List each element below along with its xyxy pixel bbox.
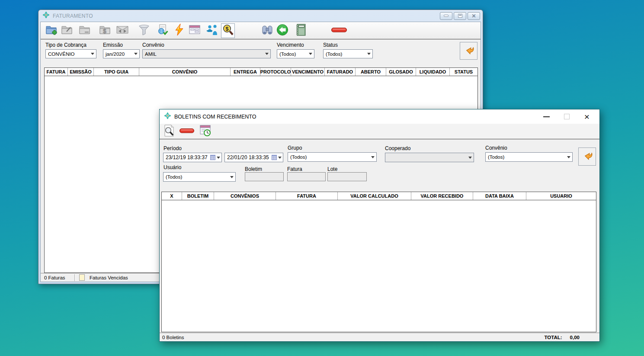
periodo-to-input[interactable]: 22/01/20 18:33:35	[224, 153, 283, 162]
curved-arrow-icon	[580, 149, 594, 164]
column-header[interactable]: STATUS	[450, 68, 477, 76]
maximize-button[interactable]	[454, 12, 466, 20]
remove-button[interactable]	[330, 23, 348, 38]
remove-button[interactable]	[179, 124, 195, 139]
schedule-button[interactable]	[199, 124, 212, 139]
report-button[interactable]	[294, 23, 308, 38]
back-button[interactable]	[276, 23, 289, 38]
form-clock-icon	[199, 124, 212, 139]
column-header[interactable]: GLOSADO	[386, 68, 416, 76]
column-header[interactable]: FATURADO	[325, 68, 356, 76]
faturamento-toolbar: $ $	[41, 22, 481, 39]
column-header[interactable]: VENCIMENTO	[291, 68, 325, 76]
new-invoice-button[interactable]	[45, 23, 58, 38]
form-window-icon	[188, 24, 201, 37]
load-button[interactable]	[460, 42, 477, 60]
document-search-icon	[163, 124, 175, 139]
maximize-button[interactable]	[560, 112, 573, 122]
tipo-cobranca-label: Tipo de Cobrança	[45, 42, 87, 48]
curved-arrow-icon	[462, 43, 476, 59]
column-header[interactable]: USUARIO	[526, 192, 596, 200]
export-check-button[interactable]	[156, 23, 170, 38]
usuario-dropdown[interactable]: (Todos)	[163, 172, 236, 182]
column-header[interactable]: CONVÊNIO	[139, 68, 231, 76]
column-header[interactable]: CONVÊNIOS	[214, 192, 276, 200]
lote-label: Lote	[327, 166, 337, 172]
envelope-transfer-icon	[115, 24, 129, 37]
column-header[interactable]: DATA BAIXA	[473, 192, 526, 200]
preview-button[interactable]	[162, 124, 176, 139]
grupo-dropdown[interactable]: (Todos)	[288, 152, 377, 162]
fatura-label: Fatura	[287, 166, 302, 172]
minimize-button[interactable]	[540, 112, 553, 122]
column-header[interactable]: VALOR RECEBIDO	[411, 192, 473, 200]
column-header[interactable]: EMISSÃO	[68, 68, 94, 76]
search-button[interactable]	[260, 23, 274, 38]
quick-billing-button[interactable]	[172, 23, 186, 38]
binoculars-icon	[261, 24, 273, 37]
total-label: TOTAL:	[545, 335, 562, 340]
column-header[interactable]: ENTREGA	[231, 68, 260, 76]
fatura-input[interactable]	[287, 172, 326, 181]
red-bar-icon	[331, 26, 347, 35]
svg-text:$: $	[103, 28, 106, 35]
column-header[interactable]: VALOR CALCULADO	[338, 192, 411, 200]
column-header[interactable]: LIQUIDADO	[416, 68, 450, 76]
boletins-titlebar[interactable]: BOLETINS COM RECEBIMENTO ×	[160, 109, 599, 124]
form-button[interactable]	[188, 23, 202, 38]
lote-input[interactable]	[327, 172, 367, 181]
close-icon: ×	[584, 112, 590, 121]
faturamento-titlebar[interactable]: FATURAMENTO ✕	[38, 10, 483, 22]
billing-folder-button[interactable]: $	[98, 23, 112, 38]
boletins-statusbar: 0 Boletins TOTAL: 0,00	[160, 333, 599, 341]
filter-button[interactable]	[137, 23, 151, 38]
red-bar-icon	[179, 127, 195, 136]
chevron-down-icon	[307, 50, 314, 58]
close-button[interactable]: ✕	[468, 12, 480, 20]
chevron-down-icon	[228, 173, 235, 181]
folder-dollar-icon: $	[99, 24, 112, 37]
column-header[interactable]: ABERTO	[356, 68, 386, 76]
delete-invoice-button[interactable]	[78, 23, 92, 38]
column-header[interactable]: TIPO GUIA	[94, 68, 139, 76]
boletins-window: BOLETINS COM RECEBIMENTO × Período 23/12…	[159, 109, 600, 342]
grupo-label: Grupo	[288, 145, 302, 151]
column-header[interactable]: BOLETIM	[182, 192, 214, 200]
chevron-down-icon	[132, 50, 139, 58]
transfer-button[interactable]	[115, 23, 129, 38]
chevron-down-icon	[217, 157, 220, 159]
emissao-label: Emissão	[103, 42, 123, 48]
boletins-table-body[interactable]	[162, 200, 596, 332]
folder-plain-icon	[78, 24, 91, 37]
column-header[interactable]: FATURA	[45, 68, 68, 76]
cooperado-dropdown[interactable]	[385, 153, 474, 162]
status-dropdown[interactable]: (Todos)	[323, 49, 373, 58]
dollar-search-button[interactable]: $	[221, 23, 235, 38]
column-header[interactable]: X	[162, 192, 182, 200]
people-desk-icon	[205, 24, 218, 38]
calendar-icon	[210, 155, 215, 160]
emissao-dropdown[interactable]: jan/2020	[103, 49, 140, 58]
filter-funnel-icon	[138, 24, 151, 38]
convenio-dropdown[interactable]: (Todos)	[485, 152, 573, 162]
cooperado-label: Cooperado	[385, 145, 410, 151]
convenio-dropdown[interactable]: AMIL	[142, 49, 271, 58]
faturamento-window-title: FATURAMENTO	[53, 13, 93, 19]
chevron-down-icon	[263, 50, 270, 58]
boletins-table[interactable]: X BOLETIM CONVÊNIOS FATURA VALOR CALCULA…	[161, 192, 596, 332]
tipo-cobranca-dropdown[interactable]: CONVÊNIO	[45, 49, 96, 58]
load-button[interactable]	[578, 148, 596, 166]
periodo-from-input[interactable]: 23/12/19 18:33:37	[163, 153, 222, 162]
minimize-button[interactable]	[440, 12, 452, 20]
boletim-input[interactable]	[245, 172, 284, 181]
notebook-icon	[295, 23, 307, 38]
total-value: 0,00	[570, 335, 580, 340]
fatura-count: 0 Faturas	[41, 275, 72, 280]
edit-invoice-button[interactable]	[60, 23, 74, 38]
attendance-button[interactable]	[205, 23, 219, 38]
boletins-table-header: X BOLETIM CONVÊNIOS FATURA VALOR CALCULA…	[162, 192, 596, 200]
close-button[interactable]: ×	[580, 112, 593, 122]
vencimento-dropdown[interactable]: (Todos)	[277, 49, 314, 58]
column-header[interactable]: FATURA	[276, 192, 338, 200]
column-header[interactable]: PROTOCOLO	[260, 68, 291, 76]
